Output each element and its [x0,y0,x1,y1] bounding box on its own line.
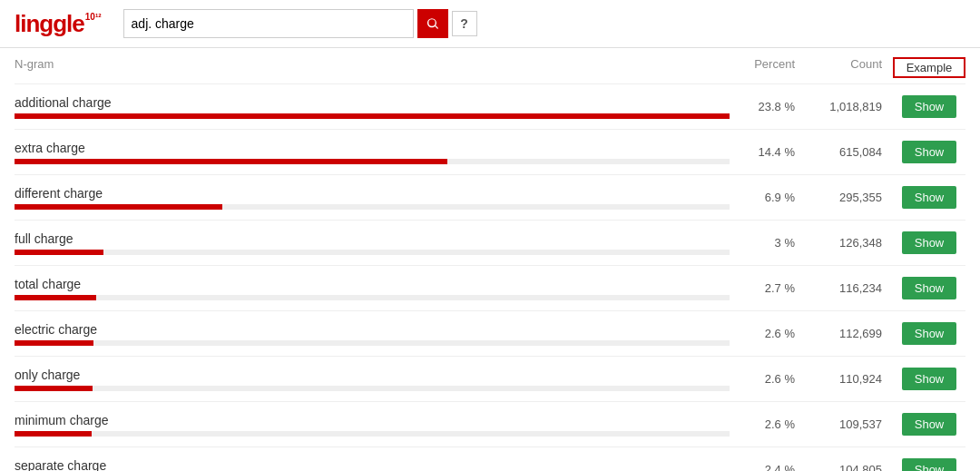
show-button[interactable]: Show [902,277,957,299]
table-header: N-gram Percent Count Example [15,48,965,84]
count-cell: 104,805 [802,463,893,471]
search-bar: ? [123,9,477,38]
bar-fill [15,295,96,300]
ngram-cell: separate charge [15,458,730,472]
percent-cell: 14.4 % [730,145,802,159]
bar-container [15,204,730,210]
ngram-label: electric charge [15,322,730,337]
table-row: additional charge 23.8 % 1,018,819 Show [15,84,965,130]
count-cell: 112,699 [802,327,893,340]
show-button[interactable]: Show [902,322,957,345]
bar-fill [15,204,222,210]
results-table: N-gram Percent Count Example additional … [0,48,980,471]
percent-cell: 2.6 % [730,372,802,386]
percent-cell: 2.4 % [730,463,802,471]
ngram-cell: minimum charge [15,413,730,437]
table-row: full charge 3 % 126,348 Show [15,221,965,266]
show-button[interactable]: Show [902,458,957,471]
ngram-cell: full charge [15,231,730,255]
show-cell: Show [893,95,965,118]
show-cell: Show [893,186,965,209]
col-count-header: Count [802,57,893,78]
ngram-label: only charge [15,368,730,382]
percent-cell: 2.6 % [730,417,802,431]
count-cell: 615,084 [802,145,893,159]
percent-cell: 2.6 % [730,327,802,340]
col-ngram-header: N-gram [15,57,730,78]
count-cell: 295,355 [802,191,893,204]
percent-cell: 2.7 % [730,281,802,295]
count-cell: 116,234 [802,281,893,295]
show-button[interactable]: Show [902,231,957,254]
ngram-label: minimum charge [15,413,730,427]
show-cell: Show [893,141,965,163]
header: linggle 10¹² ? [0,0,980,48]
ngram-label: extra charge [15,141,730,155]
show-button[interactable]: Show [902,141,957,163]
bar-fill [15,340,93,346]
show-cell: Show [893,231,965,254]
ngram-label: different charge [15,186,730,201]
show-cell: Show [893,277,965,299]
count-cell: 110,924 [802,372,893,386]
bar-fill [15,159,447,164]
logo-text: linggle [15,12,84,35]
search-button[interactable] [417,9,448,38]
ngram-cell: extra charge [15,141,730,164]
bar-container [15,295,730,300]
show-cell: Show [893,413,965,436]
show-button[interactable]: Show [902,368,957,390]
percent-cell: 3 % [730,236,802,250]
bar-fill [15,113,730,119]
show-cell: Show [893,458,965,471]
table-row: only charge 2.6 % 110,924 Show [15,357,965,402]
bar-container [15,250,730,255]
table-row: extra charge 14.4 % 615,084 Show [15,130,965,175]
bar-container [15,431,730,437]
count-cell: 109,537 [802,417,893,431]
ngram-cell: additional charge [15,95,730,119]
bar-container [15,159,730,164]
show-cell: Show [893,368,965,390]
logo-superscript: 10¹² [85,12,102,22]
count-cell: 126,348 [802,236,893,250]
bar-fill [15,386,93,391]
ngram-label: separate charge [15,458,730,472]
table-body: additional charge 23.8 % 1,018,819 Show … [15,84,965,471]
table-row: separate charge 2.4 % 104,805 Show [15,447,965,471]
percent-cell: 6.9 % [730,191,802,204]
ngram-label: additional charge [15,95,730,110]
bar-container [15,386,730,391]
search-input[interactable] [123,9,414,38]
show-cell: Show [893,322,965,345]
ngram-label: total charge [15,277,730,291]
show-button[interactable]: Show [902,186,957,209]
ngram-label: full charge [15,231,730,246]
col-example-header: Example [893,57,965,78]
table-row: minimum charge 2.6 % 109,537 Show [15,402,965,447]
percent-cell: 23.8 % [730,100,802,113]
ngram-cell: different charge [15,186,730,210]
table-row: total charge 2.7 % 116,234 Show [15,266,965,311]
bar-container [15,340,730,346]
bar-container [15,113,730,119]
logo: linggle 10¹² [15,12,102,35]
search-icon [426,16,440,31]
bar-fill [15,431,92,437]
count-cell: 1,018,819 [802,100,893,113]
help-button[interactable]: ? [452,11,477,36]
show-button[interactable]: Show [902,413,957,436]
bar-fill [15,250,103,255]
table-row: electric charge 2.6 % 112,699 Show [15,311,965,357]
table-row: different charge 6.9 % 295,355 Show [15,175,965,221]
show-button[interactable]: Show [902,95,957,118]
ngram-cell: total charge [15,277,730,300]
ngram-cell: electric charge [15,322,730,346]
ngram-cell: only charge [15,368,730,391]
col-percent-header: Percent [730,57,802,78]
